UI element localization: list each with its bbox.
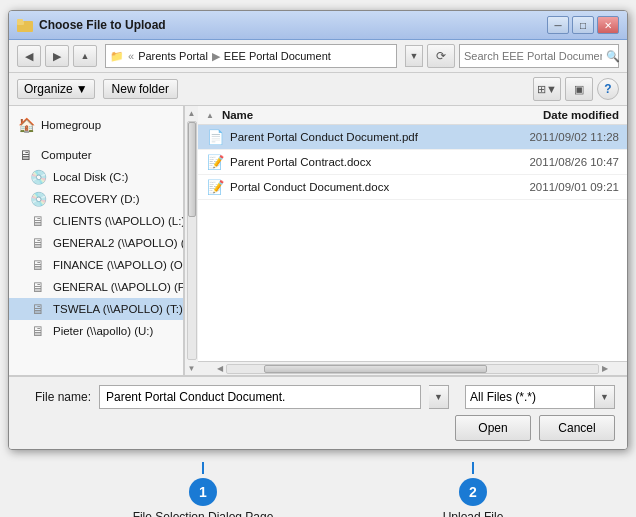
annotation-1-line xyxy=(202,462,204,474)
drive-2-icon: 🖥 xyxy=(29,213,47,229)
refresh-button[interactable]: ⟳ xyxy=(427,44,455,68)
panel-button[interactable]: ▣ xyxy=(565,77,593,101)
view-dropdown-icon: ▼ xyxy=(546,83,557,95)
file-1-name: Parent Portal Contract.docx xyxy=(230,156,493,168)
sidebar-item-drive-1[interactable]: 💿 RECOVERY (D:) xyxy=(9,188,183,210)
drive-6-icon: 🖥 xyxy=(29,301,47,317)
form-area: File name: ▼ ▼ Open Cancel xyxy=(9,376,627,449)
sidebar-item-drive-3[interactable]: 🖥 GENERAL2 (\\APOLLO) (N:) xyxy=(9,232,183,254)
sidebar-scroll-down[interactable]: ▼ xyxy=(186,362,198,374)
drive-3-icon: 🖥 xyxy=(29,235,47,251)
search-input[interactable] xyxy=(464,50,602,62)
folder-nav-icon: 📁 xyxy=(110,50,124,63)
sidebar-item-homegroup[interactable]: 🏠 Homegroup xyxy=(9,114,183,136)
file-1-icon: 📝 xyxy=(206,154,224,170)
file-area: ▲ Name Date modified 📄 Parent Portal Con… xyxy=(198,106,627,375)
sidebar-scroll-up[interactable]: ▲ xyxy=(186,107,198,119)
up-button[interactable]: ▲ xyxy=(73,45,97,67)
organize-button[interactable]: Organize ▼ xyxy=(17,79,95,99)
filename-row: File name: ▼ ▼ xyxy=(21,385,615,409)
toolbar-right: ⊞ ▼ ▣ ? xyxy=(533,77,619,101)
file-1-date: 2011/08/26 10:47 xyxy=(499,156,619,168)
drive-6-label: TSWELA (\\APOLLO) (T:) xyxy=(53,303,183,315)
annotation-2: 2 Upload File xyxy=(443,462,504,517)
sidebar-item-drive-2[interactable]: 🖥 CLIENTS (\\APOLLO) (L:) xyxy=(9,210,183,232)
minimize-button[interactable]: ─ xyxy=(547,16,569,34)
h-scroll-thumb xyxy=(264,365,487,373)
open-button[interactable]: Open xyxy=(455,415,531,441)
filename-input[interactable] xyxy=(99,385,421,409)
computer-icon: 🖥 xyxy=(17,147,35,163)
homegroup-icon: 🏠 xyxy=(17,117,35,133)
path-root[interactable]: Parents Portal xyxy=(138,50,208,62)
panel-icon: ▣ xyxy=(574,83,584,96)
sidebar-item-drive-4[interactable]: 🖥 FINANCE (\\APOLLO) (O:) xyxy=(9,254,183,276)
new-folder-button[interactable]: New folder xyxy=(103,79,178,99)
file-2-name: Portal Conduct Document.docx xyxy=(230,181,493,193)
drive-1-icon: 💿 xyxy=(29,191,47,207)
annotation-2-circle: 2 xyxy=(459,478,487,506)
search-bar: 🔍 xyxy=(459,44,619,68)
sidebar-item-drive-6[interactable]: 🖥 TSWELA (\\APOLLO) (T:) xyxy=(9,298,183,320)
navigation-toolbar: ◀ ▶ ▲ 📁 « Parents Portal ▶ EEE Portal Do… xyxy=(9,40,627,73)
file-item-2[interactable]: 📝 Portal Conduct Document.docx 2011/09/0… xyxy=(198,175,627,200)
main-area: 🏠 Homegroup 🖥 Computer 💿 Local Disk (C:)… xyxy=(9,106,627,376)
cancel-button[interactable]: Cancel xyxy=(539,415,615,441)
forward-button[interactable]: ▶ xyxy=(45,45,69,67)
path-current[interactable]: EEE Portal Document xyxy=(224,50,331,62)
filename-label: File name: xyxy=(21,390,91,404)
drive-3-label: GENERAL2 (\\APOLLO) (N:) xyxy=(53,237,183,249)
path-arrow: ▶ xyxy=(212,50,220,63)
dialog-title: Choose File to Upload xyxy=(39,18,166,32)
file-2-icon: 📝 xyxy=(206,179,224,195)
view-toggle-button[interactable]: ⊞ ▼ xyxy=(533,77,561,101)
sidebar-scroll-track[interactable] xyxy=(187,121,197,360)
sidebar-item-drive-5[interactable]: 🖥 GENERAL (\\APOLLO) (P:) xyxy=(9,276,183,298)
search-icon[interactable]: 🔍 xyxy=(606,50,620,63)
path-separator-1: « xyxy=(128,50,134,62)
sidebar-item-drive-0[interactable]: 💿 Local Disk (C:) xyxy=(9,166,183,188)
list-scroll-up-icon[interactable]: ▲ xyxy=(206,111,214,120)
sidebar-item-computer[interactable]: 🖥 Computer xyxy=(9,144,183,166)
file-0-date: 2011/09/02 11:28 xyxy=(499,131,619,143)
filename-dropdown-button[interactable]: ▼ xyxy=(429,385,449,409)
annotation-1-circle: 1 xyxy=(189,478,217,506)
help-button[interactable]: ? xyxy=(597,78,619,100)
file-0-name: Parent Portal Conduct Document.pdf xyxy=(230,131,493,143)
drive-5-icon: 🖥 xyxy=(29,279,47,295)
drive-2-label: CLIENTS (\\APOLLO) (L:) xyxy=(53,215,183,227)
back-button[interactable]: ◀ xyxy=(17,45,41,67)
h-scroll-left[interactable]: ◀ xyxy=(214,364,226,373)
drive-0-icon: 💿 xyxy=(29,169,47,185)
computer-label: Computer xyxy=(41,149,92,161)
path-dropdown-button[interactable]: ▼ xyxy=(405,45,423,67)
organize-arrow-icon: ▼ xyxy=(76,82,88,96)
file-item-0[interactable]: 📄 Parent Portal Conduct Document.pdf 201… xyxy=(198,125,627,150)
filetype-dropdown-button[interactable]: ▼ xyxy=(595,385,615,409)
file-list-header: ▲ Name Date modified xyxy=(198,106,627,125)
annotation-2-line xyxy=(472,462,474,474)
address-bar: 📁 « Parents Portal ▶ EEE Portal Document xyxy=(105,44,397,68)
col-name-header[interactable]: Name xyxy=(222,109,495,121)
h-scroll-right[interactable]: ▶ xyxy=(599,364,611,373)
homegroup-section: 🏠 Homegroup xyxy=(9,114,183,136)
file-list: 📄 Parent Portal Conduct Document.pdf 201… xyxy=(198,125,627,361)
col-date-header[interactable]: Date modified xyxy=(499,109,619,121)
drive-4-label: FINANCE (\\APOLLO) (O:) xyxy=(53,259,183,271)
folder-icon xyxy=(17,17,33,33)
maximize-button[interactable]: □ xyxy=(572,16,594,34)
annotation-area: 1 File Selection Dialog Page 2 Upload Fi… xyxy=(8,450,628,517)
homegroup-label: Homegroup xyxy=(41,119,101,131)
sidebar-item-drive-7[interactable]: 🖥 Pieter (\\apollo) (U:) xyxy=(9,320,183,342)
dialog-buttons: Open Cancel xyxy=(21,415,615,441)
title-bar: Choose File to Upload ─ □ ✕ xyxy=(9,11,627,40)
organize-toolbar: Organize ▼ New folder ⊞ ▼ ▣ ? xyxy=(9,73,627,106)
drive-0-label: Local Disk (C:) xyxy=(53,171,128,183)
filetype-input[interactable] xyxy=(465,385,595,409)
view-icon: ⊞ xyxy=(537,83,546,96)
file-item-1[interactable]: 📝 Parent Portal Contract.docx 2011/08/26… xyxy=(198,150,627,175)
close-button[interactable]: ✕ xyxy=(597,16,619,34)
h-scroll-track[interactable] xyxy=(226,364,599,374)
annotation-1-label: File Selection Dialog Page xyxy=(133,510,274,517)
sidebar-scroll-thumb xyxy=(188,122,196,217)
